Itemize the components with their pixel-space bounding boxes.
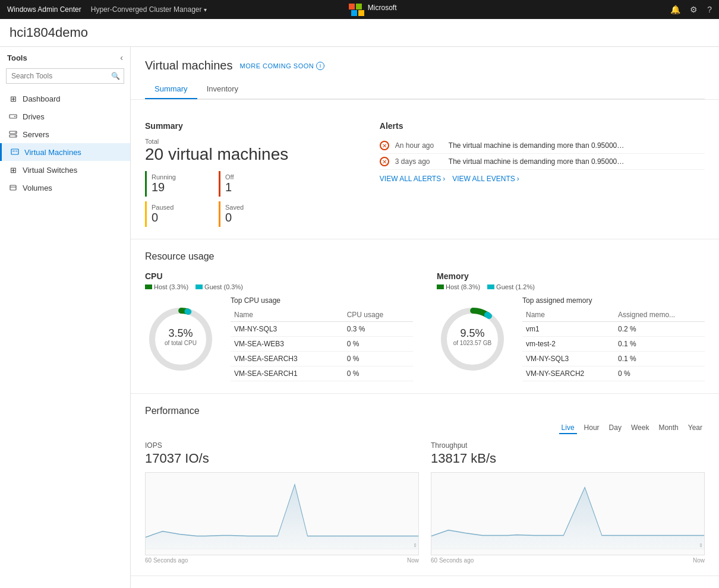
sidebar-item-servers[interactable]: Servers bbox=[0, 125, 130, 143]
time-btn-live[interactable]: Live bbox=[559, 422, 577, 434]
cpu-row: VM-SEA-SEARCH10 % bbox=[231, 366, 413, 381]
drives-icon bbox=[8, 112, 18, 121]
alert-msg-2: The virtual machine is demanding more th… bbox=[449, 157, 627, 166]
sidebar-item-virtual-machines[interactable]: Virtual Machines bbox=[0, 143, 130, 161]
microsoft-logo: Microsoft bbox=[349, 4, 397, 16]
mem-host-dot bbox=[437, 284, 444, 289]
summary-title: Summary bbox=[145, 121, 362, 131]
cpu-col-name: Name bbox=[231, 308, 343, 322]
sidebar-nav: ⊞ Dashboard Drives Servers bbox=[0, 90, 130, 197]
cpu-row: VM-NY-SQL30.3 % bbox=[231, 322, 413, 337]
page-header: Virtual machines MORE COMING SOON i bbox=[145, 59, 705, 72]
top-cpu-label: Top CPU usage bbox=[231, 296, 413, 305]
throughput-chart-col: Throughput 13817 kB/s bbox=[431, 441, 705, 564]
svg-text:of 1023.57 GB: of 1023.57 GB bbox=[453, 340, 492, 346]
iops-chart: 0 bbox=[145, 472, 419, 555]
cpu-row: VM-SEA-WEB30 % bbox=[231, 337, 413, 352]
memory-heading: Memory bbox=[437, 271, 705, 281]
search-icon: 🔍 bbox=[111, 72, 120, 80]
search-input[interactable] bbox=[6, 68, 124, 84]
memory-donut-container: 9.5% of 1023.57 GB Top assigned memory N bbox=[437, 296, 705, 381]
iops-value: 17037 IO/s bbox=[145, 451, 419, 466]
sidebar-item-volumes[interactable]: Volumes bbox=[0, 179, 130, 197]
cpu-donut-svg: 3.5% of total CPU bbox=[145, 304, 216, 375]
cpu-legend: Host (3.3%) Guest (0.3%) bbox=[145, 283, 413, 290]
time-btn-week[interactable]: Week bbox=[629, 422, 651, 434]
alert-time-2: 3 days ago bbox=[395, 157, 443, 166]
time-btn-hour[interactable]: Hour bbox=[582, 422, 602, 434]
cpu-donut: 3.5% of total CPU bbox=[145, 304, 216, 375]
summary-section: Summary Total 20 virtual machines Runnin… bbox=[131, 100, 719, 239]
memory-column: Memory Host (8.3%) Guest (1.2%) bbox=[437, 271, 705, 381]
info-icon: i bbox=[316, 62, 324, 70]
alert-error-icon-2: ✕ bbox=[380, 157, 389, 166]
alert-msg-1: The virtual machine is demanding more th… bbox=[449, 141, 627, 150]
sidebar-item-dashboard[interactable]: ⊞ Dashboard bbox=[0, 90, 130, 108]
mem-row: VM-NY-SEARCH20 % bbox=[522, 366, 705, 381]
main-content: Virtual machines MORE COMING SOON i Summ… bbox=[131, 47, 719, 588]
svg-point-1 bbox=[14, 116, 15, 117]
mem-row: vm-test-20.1 % bbox=[522, 337, 705, 352]
mem-col-name: Name bbox=[522, 308, 614, 322]
svg-point-4 bbox=[15, 132, 16, 133]
topbar-app: Hyper-Converged Cluster Manager ▾ bbox=[91, 5, 207, 14]
vm-heading: Virtual machines bbox=[145, 59, 232, 72]
memory-top-usage: Top assigned memory Name Assigned memo..… bbox=[522, 296, 705, 381]
svg-text:0: 0 bbox=[700, 542, 702, 548]
vm-stat-running: Running 19 bbox=[145, 171, 214, 197]
host-dot bbox=[145, 284, 152, 289]
notification-icon[interactable]: 🔔 bbox=[670, 5, 680, 14]
vm-stats: Running 19 Off 1 Paused 0 bbox=[145, 171, 288, 227]
time-btn-day[interactable]: Day bbox=[607, 422, 624, 434]
performance-charts: IOPS 17037 IO/s bbox=[145, 441, 705, 564]
sidebar-item-virtual-switches[interactable]: ⊞ Virtual Switches bbox=[0, 161, 130, 179]
alerts-title: Alerts bbox=[380, 121, 705, 131]
tab-summary[interactable]: Summary bbox=[145, 80, 197, 99]
iops-label: IOPS bbox=[145, 441, 419, 450]
guest-dot bbox=[195, 284, 203, 289]
svg-text:3.5%: 3.5% bbox=[168, 327, 193, 339]
settings-icon[interactable]: ⚙ bbox=[690, 5, 698, 14]
sidebar-item-drives[interactable]: Drives bbox=[0, 108, 130, 125]
sidebar-header: Tools ‹ bbox=[0, 47, 130, 68]
help-icon[interactable]: ? bbox=[707, 5, 712, 14]
vm-total-label: Total bbox=[145, 138, 362, 145]
sidebar-title: Tools bbox=[7, 53, 27, 62]
throughput-chart-time: 60 Seconds ago Now bbox=[431, 557, 705, 564]
memory-donut-svg: 9.5% of 1023.57 GB bbox=[437, 304, 508, 375]
more-coming-soon-badge: MORE COMING SOON i bbox=[239, 62, 324, 70]
svg-text:of total CPU: of total CPU bbox=[165, 340, 197, 346]
svg-text:0: 0 bbox=[414, 542, 417, 548]
time-btn-year[interactable]: Year bbox=[686, 422, 705, 434]
vm-stat-off: Off 1 bbox=[219, 171, 288, 197]
svg-point-5 bbox=[15, 135, 16, 137]
mem-row: vm10.2 % bbox=[522, 322, 705, 337]
memory-usage-table: Name Assigned memo... vm10.2 % vm-test-2… bbox=[522, 308, 705, 381]
topbar-brand: Windows Admin Center bbox=[7, 5, 81, 14]
iops-chart-col: IOPS 17037 IO/s bbox=[145, 441, 419, 564]
vm-total-count: 20 virtual machines bbox=[145, 145, 362, 164]
vm-header-section: Virtual machines MORE COMING SOON i Summ… bbox=[131, 47, 719, 100]
svg-rect-8 bbox=[15, 150, 17, 152]
memory-legend: Host (8.3%) Guest (1.2%) bbox=[437, 283, 705, 290]
cpu-heading: CPU bbox=[145, 271, 413, 281]
sidebar: Tools ‹ 🔍 ⊞ Dashboard Drives bbox=[0, 47, 131, 588]
throughput-value: 13817 kB/s bbox=[431, 451, 705, 466]
time-btn-month[interactable]: Month bbox=[656, 422, 680, 434]
sidebar-collapse-button[interactable]: ‹ bbox=[120, 53, 123, 62]
servers-icon bbox=[8, 129, 18, 139]
cpu-donut-container: 3.5% of total CPU Top CPU usage Name bbox=[145, 296, 413, 381]
view-all-alerts-link[interactable]: VIEW ALL ALERTS › bbox=[380, 175, 445, 183]
resource-grid: CPU Host (3.3%) Guest (0.3%) bbox=[145, 271, 705, 381]
svg-text:9.5%: 9.5% bbox=[460, 327, 484, 339]
memory-donut: 9.5% of 1023.57 GB bbox=[437, 304, 508, 375]
tab-inventory[interactable]: Inventory bbox=[197, 80, 248, 99]
summary-left: Summary Total 20 virtual machines Runnin… bbox=[145, 121, 362, 227]
view-all-events-link[interactable]: VIEW ALL EVENTS › bbox=[452, 175, 519, 183]
cpu-column: CPU Host (3.3%) Guest (0.3%) bbox=[145, 271, 413, 381]
page-title: hci1804demo bbox=[0, 19, 719, 47]
alert-row-2: ✕ 3 days ago The virtual machine is dema… bbox=[380, 154, 705, 170]
performance-section: Performance Live Hour Day Week Month Yea… bbox=[131, 394, 719, 576]
virtual-switches-icon: ⊞ bbox=[8, 165, 18, 175]
search-box: 🔍 bbox=[6, 68, 124, 84]
